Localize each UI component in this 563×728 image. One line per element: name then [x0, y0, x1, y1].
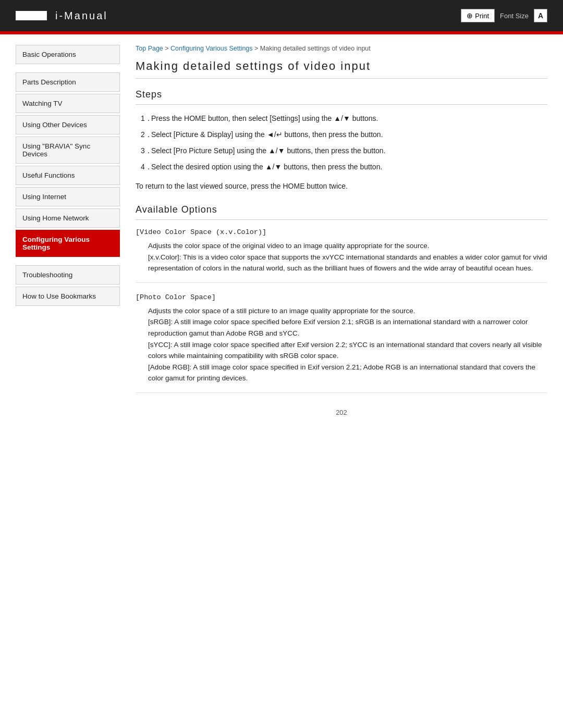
font-size-a-button[interactable]: A — [534, 9, 547, 22]
sidebar-spacer-1 — [16, 66, 120, 72]
layout: Basic Operations Parts Description Watch… — [0, 34, 563, 437]
print-icon: ⊕ — [467, 11, 473, 20]
print-label: Print — [475, 12, 489, 20]
option-video-color-space: [Video Color Space (x.v.Color)] Adjusts … — [136, 228, 547, 283]
sidebar-item-bravia-sync[interactable]: Using "BRAVIA" Sync Devices — [16, 137, 120, 164]
steps-title: Steps — [136, 89, 547, 105]
step-2: 2．Select [Picture & Display] using the ◄… — [141, 129, 547, 140]
option-video-color-space-desc: Adjusts the color space of the original … — [148, 240, 547, 274]
breadcrumb-top-page[interactable]: Top Page — [136, 45, 163, 52]
breadcrumb-sep2: > — [253, 45, 260, 52]
sidebar-item-using-other-devices[interactable]: Using Other Devices — [16, 115, 120, 134]
main-content: Top Page > Configuring Various Settings … — [130, 45, 547, 416]
page-number: 202 — [136, 409, 547, 416]
sidebar-item-using-home-network[interactable]: Using Home Network — [16, 208, 120, 228]
breadcrumb-sep1: > — [163, 45, 170, 52]
sidebar-item-useful-functions[interactable]: Useful Functions — [16, 166, 120, 185]
sidebar-item-bookmarks[interactable]: How to Use Bookmarks — [16, 287, 120, 306]
sidebar-item-basic-operations[interactable]: Basic Operations — [16, 45, 120, 64]
available-options-title: Available Options — [136, 204, 547, 220]
step-4: 4．Select the desired option using the ▲/… — [141, 162, 547, 172]
page-title: Making detailed settings of video input — [136, 59, 547, 79]
option-photo-color-space-desc: Adjusts the color space of a still pictu… — [148, 305, 547, 384]
header: i-Manual ⊕ Print Font Size A — [0, 0, 563, 31]
header-controls: ⊕ Print Font Size A — [461, 9, 547, 22]
sidebar-item-troubleshooting[interactable]: Troubleshooting — [16, 265, 120, 285]
sidebar-spacer-2 — [16, 259, 120, 265]
sidebar: Basic Operations Parts Description Watch… — [16, 45, 120, 416]
print-button[interactable]: ⊕ Print — [461, 9, 495, 22]
sidebar-item-configuring-settings[interactable]: Configuring Various Settings — [16, 230, 120, 257]
steps-list: 1．Press the HOME button, then select [Se… — [136, 113, 547, 172]
option-video-color-space-title: [Video Color Space (x.v.Color)] — [136, 228, 547, 236]
header-title: i-Manual — [55, 10, 108, 22]
step-1: 1．Press the HOME button, then select [Se… — [141, 113, 547, 124]
sidebar-item-watching-tv[interactable]: Watching TV — [16, 94, 120, 113]
sidebar-item-parts-description[interactable]: Parts Description — [16, 72, 120, 92]
breadcrumb: Top Page > Configuring Various Settings … — [136, 45, 547, 52]
header-logo — [16, 11, 47, 20]
option-photo-color-space-title: [Photo Color Space] — [136, 293, 547, 301]
breadcrumb-configuring[interactable]: Configuring Various Settings — [170, 45, 253, 52]
sidebar-item-using-internet[interactable]: Using Internet — [16, 187, 120, 206]
step-3: 3．Select [Pro Picture Setup] using the ▲… — [141, 145, 547, 156]
option-photo-color-space: [Photo Color Space] Adjusts the color sp… — [136, 293, 547, 393]
breadcrumb-current: Making detailed settings of video input — [260, 45, 371, 52]
font-size-label: Font Size — [500, 12, 529, 20]
return-note: To return to the last viewed source, pre… — [136, 181, 547, 192]
